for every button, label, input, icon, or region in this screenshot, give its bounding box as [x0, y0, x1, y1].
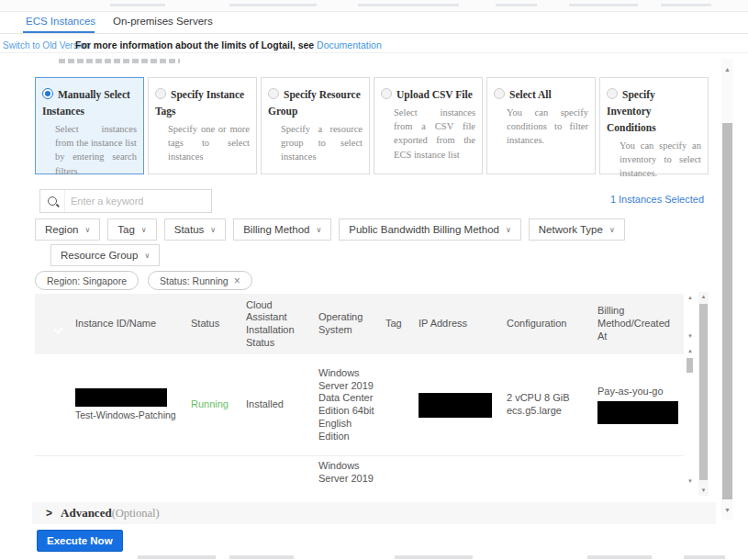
blur-artifact-top	[0, 0, 748, 12]
instance-id-redacted	[75, 388, 167, 407]
card-select-all[interactable]: Select All You can specify conditions to…	[486, 77, 596, 174]
keyword-search-box	[39, 189, 212, 213]
advanced-optional-label: (Optional)	[112, 507, 160, 521]
scrollbar-thumb[interactable]	[722, 123, 732, 499]
status-cell: Running	[185, 395, 240, 415]
radio-unselected-icon[interactable]	[268, 88, 279, 99]
active-tab-underline	[23, 31, 95, 33]
card-upload-csv-file[interactable]: Upload CSV File Select instances from a …	[374, 77, 483, 174]
logtail-info-label: For more information about the limits of…	[75, 39, 317, 50]
card-specify-resource-group[interactable]: Specify Resource Group Specify a resourc…	[261, 77, 370, 174]
logtail-info-text: For more information about the limits of…	[75, 39, 382, 50]
scroll-up-icon[interactable]: ▲	[698, 293, 709, 300]
chevron-down-icon: ∨	[609, 226, 615, 234]
radio-unselected-icon[interactable]	[381, 88, 392, 99]
filter-buttons-row2: Resource Group∨	[50, 244, 160, 266]
chevron-down-icon: ∨	[316, 226, 321, 234]
advanced-optional-toggle[interactable]: > Advanced (Optional)	[32, 502, 716, 524]
tab-on-premises-servers[interactable]: On-premises Servers	[113, 16, 213, 27]
blur-artifact	[358, 4, 459, 6]
table-header: Instance ID/Name Status Cloud Assistant …	[35, 294, 684, 354]
scroll-down-icon[interactable]: ▼	[698, 487, 709, 494]
status-cell	[185, 456, 240, 464]
chevron-down-icon: ∨	[84, 226, 90, 234]
chevron-down-icon: ∨	[210, 226, 216, 234]
table-inner-scrollbar: ▲ ▼ ▲ ▼	[686, 294, 695, 494]
operating-system-cell: Windows Server 2019	[314, 456, 380, 489]
scroll-up-icon[interactable]: ▲	[686, 294, 695, 301]
close-icon[interactable]: ×	[234, 275, 240, 286]
scrollbar-thumb[interactable]	[687, 358, 693, 373]
table-row: Test-Windows-Patching Running Installed …	[35, 354, 684, 456]
card-title: Specify Instance Tags	[155, 89, 244, 117]
filter-button-resource-group[interactable]: Resource Group∨	[50, 244, 160, 266]
card-description: You can specify conditions to filter ins…	[507, 106, 588, 148]
blur-artifact	[229, 555, 294, 559]
filter-button-tag[interactable]: Tag∨	[107, 218, 156, 241]
card-description: Select instances from a CSV file exporte…	[394, 106, 475, 162]
radio-unselected-icon[interactable]	[607, 88, 618, 99]
tag-cell	[380, 401, 413, 409]
instance-id-name-cell	[70, 456, 185, 464]
selection-mode-cards: Manually Select Instances Select instanc…	[35, 77, 709, 174]
scroll-down-icon[interactable]: ▼	[686, 477, 695, 485]
column-header-configuration: Configuration	[501, 314, 592, 334]
filter-button-billing-method[interactable]: Billing Method∨	[233, 218, 331, 241]
tag-cell	[380, 456, 413, 464]
billing-cell: Pay-as-you-go	[592, 382, 684, 428]
filter-button-network-type[interactable]: Network Type∨	[529, 218, 625, 241]
chip-label: Region: Singapore	[47, 275, 127, 286]
scroll-down-icon[interactable]: ▼	[686, 332, 695, 340]
divider	[0, 52, 748, 53]
search-icon	[40, 190, 65, 212]
scroll-down-icon[interactable]: ▼	[721, 507, 733, 514]
scroll-up-icon[interactable]: ▲	[686, 347, 695, 354]
blur-artifact	[569, 4, 638, 6]
radio-unselected-icon[interactable]	[494, 88, 505, 99]
card-description: Select instances from the instance list …	[55, 122, 137, 178]
column-header-cloud-assistant: Cloud Assistant Installation Status	[240, 296, 314, 353]
scroll-up-icon[interactable]: ▲	[721, 66, 733, 73]
ecs-instance-selection-screen: ECS Instances On-premises Servers Switch…	[0, 0, 748, 560]
cloud-assistant-cell	[240, 456, 314, 464]
scrollbar-thumb[interactable]	[699, 304, 708, 480]
card-specify-instance-tags[interactable]: Specify Instance Tags Specify one or mor…	[148, 77, 257, 174]
table-row-partial: Windows Server 2019	[35, 456, 684, 496]
execute-now-button[interactable]: Execute Now	[37, 530, 123, 552]
blur-artifact	[684, 555, 725, 559]
documentation-link[interactable]: Documentation	[317, 39, 382, 50]
blur-artifact	[395, 555, 473, 559]
instances-selected-count[interactable]: 1 Instances Selected	[566, 194, 704, 205]
ip-address-cell	[413, 389, 501, 421]
row-checkbox-cell	[35, 456, 70, 464]
operating-system-cell: Windows Server 2019 Data Center Edition …	[314, 364, 380, 447]
column-header-operating-system: Operating System	[314, 308, 380, 341]
card-description: Specify a resource group to select insta…	[281, 122, 363, 164]
chip-label: Status: Running	[160, 275, 229, 286]
billing-cell	[592, 456, 684, 464]
filter-button-status[interactable]: Status∨	[164, 218, 226, 241]
column-header-billing-method-created-at: Billing Method/Created At	[592, 301, 684, 346]
card-title: Specify Resource Group	[268, 89, 361, 117]
table-scrollbar: ▲ ▼	[698, 292, 709, 496]
filter-button-public-bandwidth-billing-method[interactable]: Public Bandwidth Billing Method∨	[339, 218, 521, 241]
row-checkbox-cell	[35, 401, 70, 409]
tab-ecs-instances[interactable]: ECS Instances	[26, 16, 95, 27]
filter-buttons-row1: Region∨ Tag∨ Status∨ Billing Method∨ Pub…	[35, 218, 625, 241]
configuration-line1: 2 vCPU 8 GiB	[507, 392, 586, 405]
radio-selected-icon[interactable]	[42, 88, 53, 99]
blur-artifact	[110, 4, 165, 6]
chevron-down-icon: ∨	[506, 226, 511, 234]
card-manually-select-instances[interactable]: Manually Select Instances Select instanc…	[35, 77, 144, 174]
cloud-assistant-cell: Installed	[240, 395, 314, 415]
card-title: Select All	[509, 89, 552, 100]
status-running-text: Running	[191, 398, 229, 409]
filter-button-region[interactable]: Region∨	[35, 218, 100, 241]
search-input[interactable]	[65, 196, 211, 207]
filter-label: Status	[174, 224, 205, 235]
radio-unselected-icon[interactable]	[155, 88, 166, 99]
column-header-instance-id-name: Instance ID/Name	[70, 314, 185, 334]
card-specify-inventory-conditions[interactable]: Specify Inventory Conditions You can spe…	[599, 77, 709, 174]
filter-label: Public Bandwidth Billing Method	[349, 224, 499, 235]
card-description: You can specify an inventory to select i…	[620, 139, 701, 181]
